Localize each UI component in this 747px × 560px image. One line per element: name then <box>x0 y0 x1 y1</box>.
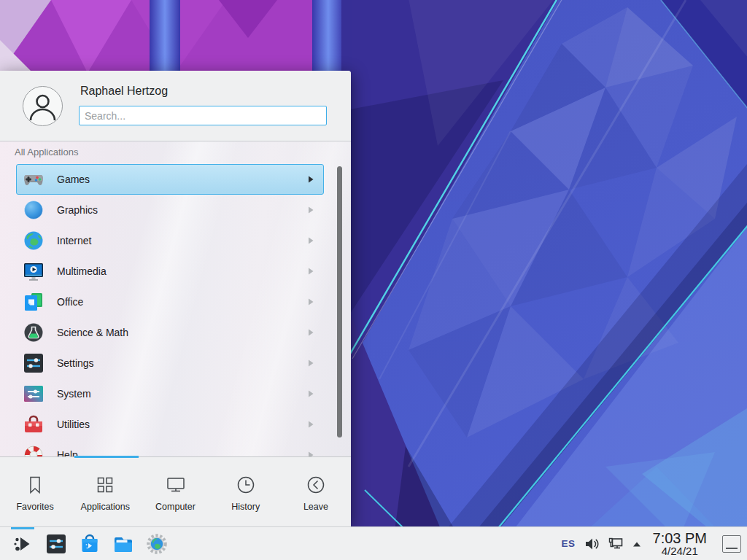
user-avatar-icon <box>23 86 63 126</box>
expand-tray-icon[interactable] <box>632 540 642 548</box>
globe-gear-icon <box>145 532 169 556</box>
keyboard-layout-indicator[interactable]: ES <box>562 538 576 549</box>
digital-clock[interactable]: 7:03 PM 4/24/21 <box>653 531 707 557</box>
software-bag-icon <box>78 532 101 556</box>
submenu-arrow-icon <box>308 359 314 367</box>
category-label: Utilities <box>57 419 90 430</box>
category-item-science-math[interactable]: Science & Math <box>16 317 324 348</box>
kickoff-icon <box>11 532 34 556</box>
category-label: Games <box>57 174 90 185</box>
category-label: System <box>57 388 91 400</box>
taskbar: ES <box>0 526 747 560</box>
monitor-play-icon <box>22 260 45 283</box>
category-item-graphics[interactable]: Graphics <box>16 195 324 225</box>
category-label: Settings <box>57 357 94 369</box>
submenu-arrow-icon <box>308 237 314 244</box>
clock-icon <box>235 474 257 496</box>
tab-favorites[interactable]: Favorites <box>0 457 70 526</box>
tab-computer[interactable]: Computer <box>140 457 210 526</box>
category-label: Graphics <box>57 204 98 216</box>
grid-icon <box>94 474 116 496</box>
settings-sliders-icon <box>44 532 68 556</box>
category-item-utilities[interactable]: Utilities <box>16 409 324 440</box>
paint-sphere-icon <box>22 198 45 222</box>
tab-applications[interactable]: Applications <box>70 457 140 526</box>
computer-icon <box>165 474 187 496</box>
bookmark-icon <box>24 474 46 496</box>
toolbox-icon <box>22 413 45 436</box>
submenu-arrow-icon <box>308 298 314 306</box>
application-launcher-menu: Raphael Hertzog All Applications <box>0 71 351 526</box>
volume-icon[interactable] <box>584 536 600 552</box>
category-label: Internet <box>57 235 91 246</box>
tab-leave[interactable]: Leave <box>281 457 351 526</box>
file-manager-button[interactable] <box>111 532 136 556</box>
leave-icon <box>305 474 327 496</box>
globe-icon <box>22 229 45 252</box>
category-item-system[interactable]: System <box>16 378 324 409</box>
gamepad-icon <box>22 168 45 191</box>
network-icon[interactable] <box>608 536 624 552</box>
category-item-help[interactable]: Help <box>16 440 324 457</box>
lifebuoy-icon <box>22 443 45 457</box>
category-label: Office <box>57 296 83 308</box>
web-browser-button[interactable] <box>144 532 169 556</box>
flask-icon <box>22 321 45 344</box>
category-label: Multimedia <box>57 265 107 277</box>
launcher-tab-bar: Favorites Applications <box>0 456 351 526</box>
sliders-icon <box>22 351 45 375</box>
search-input[interactable] <box>79 106 327 125</box>
category-item-internet[interactable]: Internet <box>16 225 324 256</box>
submenu-arrow-icon <box>308 268 314 275</box>
clock-time: 7:03 PM <box>653 531 707 545</box>
active-tab-indicator <box>74 456 139 458</box>
system-sliders-icon <box>22 382 45 405</box>
system-tray: ES <box>562 531 742 557</box>
system-settings-button[interactable] <box>44 532 69 556</box>
submenu-arrow-icon <box>308 329 314 336</box>
folder-icon <box>112 532 135 556</box>
discover-button[interactable] <box>77 532 102 556</box>
submenu-arrow-icon <box>308 176 314 183</box>
launcher-category-panel: All Applications Ga <box>0 141 351 457</box>
category-item-settings[interactable]: Settings <box>16 348 324 378</box>
category-label: Science & Math <box>57 327 128 338</box>
user-name: Raphael Hertzog <box>80 85 168 98</box>
launcher-header: Raphael Hertzog <box>0 71 351 141</box>
section-label: All Applications <box>15 147 78 158</box>
category-item-office[interactable]: Office <box>16 287 324 317</box>
show-desktop-button[interactable] <box>722 535 741 553</box>
submenu-arrow-icon <box>308 206 314 214</box>
tab-history[interactable]: History <box>211 457 281 526</box>
documents-icon <box>22 290 45 314</box>
submenu-arrow-icon <box>308 390 314 397</box>
desktop: Raphael Hertzog All Applications <box>0 0 747 560</box>
submenu-arrow-icon <box>308 421 314 428</box>
scrollbar-handle[interactable] <box>337 166 342 438</box>
category-list: Games Graphics <box>0 164 351 457</box>
application-launcher-button[interactable] <box>10 532 35 556</box>
category-item-games[interactable]: Games <box>16 164 324 195</box>
clock-date: 4/24/21 <box>653 545 707 556</box>
category-item-multimedia[interactable]: Multimedia <box>16 256 324 287</box>
